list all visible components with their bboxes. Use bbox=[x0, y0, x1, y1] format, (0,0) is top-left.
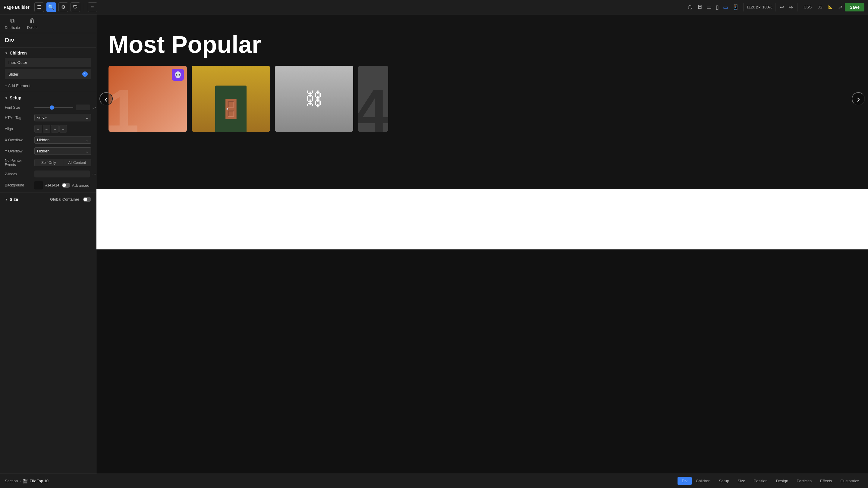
size-section-header[interactable]: ▼ Size Global Container bbox=[0, 194, 96, 204]
child-intro-outer[interactable]: Intro Outer bbox=[5, 58, 91, 67]
duplicate-btn[interactable]: ⧉ Duplicate bbox=[5, 18, 20, 30]
tab-size[interactable]: Size bbox=[733, 477, 749, 485]
align-justify-btn[interactable]: ≡ bbox=[59, 125, 67, 133]
slide-wrapper: 1 💀 2 🚪 3 ⛓ bbox=[108, 66, 856, 132]
shield-btn[interactable]: 🛡 bbox=[70, 2, 80, 12]
canvas-white-section bbox=[96, 189, 868, 250]
most-popular-title: Most Popular bbox=[96, 14, 868, 63]
tab-effects[interactable]: Effects bbox=[816, 477, 836, 485]
children-chevron-icon: ▼ bbox=[5, 52, 8, 55]
breadcrumb-section[interactable]: Section bbox=[5, 479, 18, 483]
x-overflow-label: X Overflow bbox=[5, 138, 32, 142]
background-color-swatch[interactable] bbox=[34, 181, 43, 190]
z-index-input[interactable]: auto bbox=[34, 170, 90, 177]
hamburger-btn[interactable]: ≡ bbox=[88, 2, 97, 12]
pointer-events-label: No Pointer Events bbox=[5, 158, 32, 167]
delete-btn[interactable]: 🗑 Delete bbox=[27, 18, 38, 30]
3d-view-icon[interactable]: ⬡ bbox=[687, 3, 694, 12]
duplicate-icon: ⧉ bbox=[10, 18, 14, 24]
html-tag-select[interactable]: <div> <section> <article> bbox=[34, 114, 91, 121]
ruler-btn[interactable]: 📐 bbox=[826, 4, 835, 10]
z-index-more-btn[interactable]: ··· bbox=[92, 171, 96, 177]
x-overflow-row: X Overflow Hidden Visible Scroll Auto bbox=[0, 134, 96, 145]
font-size-input[interactable]: 220 bbox=[76, 104, 90, 110]
children-list: Intro Outer Slider 1 bbox=[0, 58, 96, 82]
tab-design[interactable]: Design bbox=[772, 477, 792, 485]
global-container-label: Global Container bbox=[50, 197, 79, 201]
child-slider[interactable]: Slider 1 bbox=[5, 69, 91, 79]
advanced-toggle[interactable] bbox=[62, 183, 70, 188]
child-intro-outer-label: Intro Outer bbox=[8, 60, 27, 65]
tab-setup[interactable]: Setup bbox=[715, 477, 733, 485]
child-slider-label: Slider bbox=[8, 72, 19, 76]
css-btn[interactable]: CSS bbox=[801, 4, 814, 10]
bottom-tabs: Div Children Setup Size Position Design … bbox=[678, 477, 863, 485]
breadcrumb-page-label: Flix Top 10 bbox=[30, 479, 49, 483]
z-index-label: Z-Index bbox=[5, 172, 32, 176]
slide-card-1[interactable]: 1 💀 bbox=[108, 66, 187, 132]
background-color-label: #141414 bbox=[45, 183, 59, 187]
tab-children[interactable]: Children bbox=[692, 477, 715, 485]
align-left-btn[interactable]: ≡ bbox=[34, 125, 42, 133]
app-title: Page Builder bbox=[4, 5, 30, 10]
setup-section-header[interactable]: ▼ Setup bbox=[0, 93, 96, 103]
add-element-label: + Add Element bbox=[5, 84, 30, 88]
add-element-btn[interactable]: + Add Element bbox=[0, 82, 96, 90]
children-section-header[interactable]: ▼ Children bbox=[0, 47, 96, 58]
y-overflow-select[interactable]: Hidden Visible Scroll Auto bbox=[34, 147, 91, 155]
all-content-btn[interactable]: All Content bbox=[63, 159, 92, 166]
slide-card-4[interactable]: 4 bbox=[358, 66, 388, 132]
redo-btn[interactable]: ↪ bbox=[787, 3, 794, 12]
setup-chevron-icon: ▼ bbox=[5, 96, 8, 100]
self-only-btn[interactable]: Self Only bbox=[34, 159, 63, 166]
font-size-slider-container: 220 px bbox=[34, 104, 96, 110]
settings-btn[interactable]: ⚙ bbox=[59, 2, 68, 12]
breadcrumb-page-icon: 🎬 bbox=[23, 479, 28, 484]
breadcrumb-sep-1: › bbox=[20, 479, 21, 483]
landscape-icon[interactable]: ▭ bbox=[705, 3, 713, 12]
desktop-icon[interactable]: 🖥 bbox=[695, 3, 704, 11]
duplicate-label: Duplicate bbox=[5, 26, 20, 30]
slide-1-avatar: 💀 bbox=[172, 69, 184, 81]
font-size-label: Font Size bbox=[5, 105, 32, 110]
size-section-label: Size bbox=[10, 197, 18, 202]
tab-position[interactable]: Position bbox=[749, 477, 772, 485]
left-panel: ⧉ Duplicate 🗑 Delete Div ▼ Children Intr… bbox=[0, 14, 96, 474]
size-chevron-icon: ▼ bbox=[5, 198, 8, 201]
tablet-icon[interactable]: ▯ bbox=[715, 3, 720, 12]
advanced-toggle-group: Advanced bbox=[62, 183, 90, 188]
tab-customize[interactable]: Customize bbox=[836, 477, 863, 485]
align-center-btn[interactable]: ≡ bbox=[43, 125, 51, 133]
html-tag-row: HTML Tag <div> <section> <article> bbox=[0, 112, 96, 123]
slide-card-3[interactable]: 3 ⛓ bbox=[275, 66, 353, 132]
save-btn[interactable]: Save bbox=[845, 3, 864, 11]
main-layout: ⧉ Duplicate 🗑 Delete Div ▼ Children Intr… bbox=[0, 14, 868, 474]
advanced-label[interactable]: Advanced bbox=[72, 183, 90, 188]
slide-next-btn[interactable]: › bbox=[852, 92, 865, 105]
breadcrumb: Section › 🎬 Flix Top 10 bbox=[5, 479, 49, 484]
children-section-label: Children bbox=[10, 51, 27, 56]
slide-card-2[interactable]: 2 🚪 bbox=[192, 66, 270, 132]
external-link-btn[interactable]: ↗ bbox=[838, 4, 842, 10]
js-btn[interactable]: JS bbox=[815, 4, 825, 10]
search-btn[interactable]: 🔍 bbox=[46, 2, 56, 12]
top-bar: Page Builder ☰ 🔍 ⚙ 🛡 ≡ ⬡ 🖥 ▭ ▯ ▭ 📱 1120 … bbox=[0, 0, 868, 14]
global-container-toggle[interactable] bbox=[83, 197, 91, 202]
breadcrumb-page[interactable]: 🎬 Flix Top 10 bbox=[23, 479, 49, 484]
mobile-icon[interactable]: 📱 bbox=[731, 3, 740, 12]
wide-tablet-icon[interactable]: ▭ bbox=[722, 3, 730, 12]
html-tag-label: HTML Tag bbox=[5, 116, 32, 120]
tab-div[interactable]: Div bbox=[678, 477, 692, 485]
tab-particles[interactable]: Particles bbox=[792, 477, 816, 485]
z-index-row: Z-Index auto ··· bbox=[0, 169, 96, 179]
top-right-buttons: ↗ Save bbox=[838, 3, 864, 11]
slider-area: ‹ 1 💀 2 🚪 3 bbox=[96, 63, 868, 135]
y-overflow-label: Y Overflow bbox=[5, 149, 32, 153]
slide-prev-btn[interactable]: ‹ bbox=[99, 92, 113, 105]
undo-btn[interactable]: ↩ bbox=[778, 3, 785, 12]
sidebar-toggle-btn[interactable]: ☰ bbox=[34, 2, 44, 12]
align-right-btn[interactable]: ≡ bbox=[51, 125, 59, 133]
x-overflow-select[interactable]: Hidden Visible Scroll Auto bbox=[34, 136, 91, 144]
separator-2 bbox=[743, 3, 744, 11]
font-size-slider[interactable] bbox=[34, 107, 73, 108]
